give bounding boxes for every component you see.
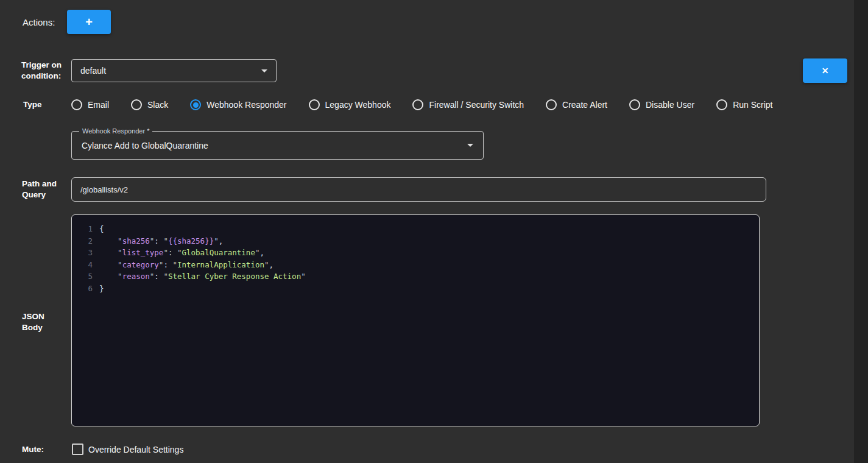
code-line: 2 "sha256": "{{sha256}}", xyxy=(72,235,759,247)
radio-label: Legacy Webhook xyxy=(325,100,391,110)
code-line: 3 "list_type": "GlobalQuarantine", xyxy=(72,247,759,259)
radio-icon xyxy=(629,99,640,110)
code-text: "sha256": "{{sha256}}", xyxy=(99,235,759,247)
webhook-responder-value: Cylance Add to GlobalQuarantine xyxy=(82,141,462,150)
chevron-down-icon xyxy=(261,69,267,72)
radio-label: Firewall / Security Switch xyxy=(429,100,524,110)
webhook-responder-select[interactable]: Webhook Responder * Cylance Add to Globa… xyxy=(71,131,484,160)
radio-option-legacy-webhook[interactable]: Legacy Webhook xyxy=(309,99,391,110)
radio-option-create-alert[interactable]: Create Alert xyxy=(546,99,607,110)
radio-option-slack[interactable]: Slack xyxy=(131,99,168,110)
radio-option-disable-user[interactable]: Disable User xyxy=(629,99,694,110)
json-body-editor[interactable]: 1{2 "sha256": "{{sha256}}",3 "list_type"… xyxy=(71,214,760,426)
radio-icon xyxy=(131,99,142,110)
actions-label: Actions: xyxy=(23,17,55,28)
webhook-responder-field-label: Webhook Responder * xyxy=(79,127,152,135)
scrollbar-track[interactable] xyxy=(854,0,868,463)
radio-option-run-script[interactable]: Run Script xyxy=(716,99,772,110)
radio-icon xyxy=(546,99,557,110)
radio-icon xyxy=(716,99,727,110)
code-text: { xyxy=(99,223,759,235)
radio-icon xyxy=(190,99,201,110)
checkbox-icon[interactable] xyxy=(72,444,83,455)
chevron-down-icon xyxy=(467,144,473,147)
code-line: 1{ xyxy=(72,223,759,235)
checkbox-label: Override Default Settings xyxy=(88,445,183,454)
radio-label: Run Script xyxy=(733,100,772,110)
response-action-panel: Actions: + Trigger on condition: default… xyxy=(0,0,868,463)
line-number: 2 xyxy=(72,235,99,247)
code-line: 5 "reason": "Stellar Cyber Response Acti… xyxy=(72,270,759,283)
override-default-settings-option[interactable]: Override Default Settings xyxy=(72,444,183,455)
code-text: } xyxy=(99,283,759,295)
close-icon: ✕ xyxy=(822,66,829,75)
radio-option-webhook-responder[interactable]: Webhook Responder xyxy=(190,99,286,110)
code-text: "category": "InternalApplication", xyxy=(99,259,759,271)
code-lines: 1{2 "sha256": "{{sha256}}",3 "list_type"… xyxy=(72,215,759,294)
plus-icon: + xyxy=(85,16,93,28)
code-line: 6} xyxy=(72,283,759,295)
add-action-button[interactable]: + xyxy=(67,10,111,34)
code-text: "reason": "Stellar Cyber Response Action… xyxy=(99,270,759,283)
line-number: 1 xyxy=(72,223,99,235)
radio-icon xyxy=(71,99,82,110)
remove-action-button[interactable]: ✕ xyxy=(803,58,847,83)
line-number: 3 xyxy=(72,247,99,259)
radio-icon xyxy=(412,99,423,110)
radio-option-firewall-security-switch[interactable]: Firewall / Security Switch xyxy=(412,99,524,110)
trigger-condition-select[interactable]: default xyxy=(71,59,277,82)
code-text: "list_type": "GlobalQuarantine", xyxy=(99,247,759,259)
type-options: EmailSlackWebhook ResponderLegacy Webhoo… xyxy=(71,97,773,112)
radio-label: Slack xyxy=(147,100,168,110)
radio-option-email[interactable]: Email xyxy=(71,99,109,110)
trigger-condition-label: Trigger on condition: xyxy=(21,60,72,82)
radio-label: Disable User xyxy=(646,100,694,110)
radio-icon xyxy=(309,99,320,110)
code-line: 4 "category": "InternalApplication", xyxy=(72,259,759,271)
json-body-label: JSON Body xyxy=(22,311,52,333)
radio-label: Email xyxy=(88,100,109,110)
mute-label: Mute: xyxy=(22,444,44,455)
path-query-label: Path and Query xyxy=(22,178,65,200)
radio-label: Webhook Responder xyxy=(206,100,286,110)
trigger-condition-value: default xyxy=(80,66,256,76)
type-label: Type xyxy=(23,99,42,110)
path-query-input[interactable] xyxy=(71,177,766,202)
line-number: 6 xyxy=(72,283,99,295)
line-number: 4 xyxy=(72,259,99,271)
line-number: 5 xyxy=(72,270,99,283)
radio-label: Create Alert xyxy=(562,100,607,110)
